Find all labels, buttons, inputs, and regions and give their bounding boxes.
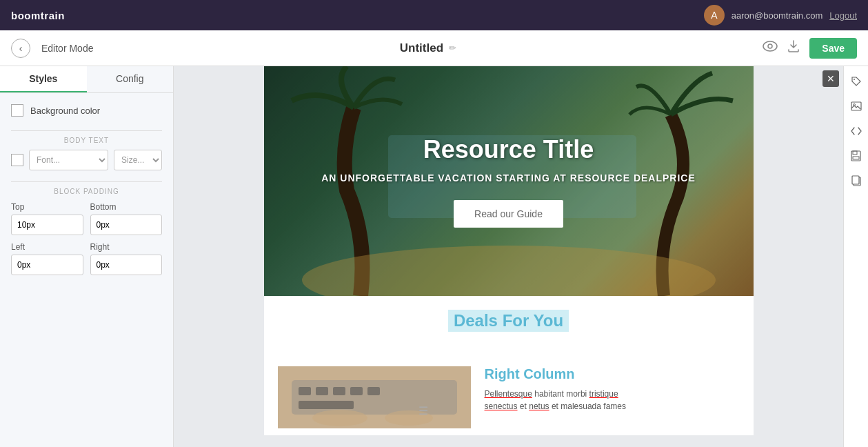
doc-title: Untitled — [400, 41, 443, 55]
svg-point-15 — [854, 79, 855, 80]
sidebar-content: Background color BODY TEXT Font... Size.… — [0, 93, 173, 286]
top-input[interactable] — [11, 215, 83, 235]
padding-top-item: Top — [11, 202, 83, 235]
svg-rect-9 — [333, 387, 345, 395]
svg-rect-16 — [851, 102, 861, 110]
font-dropdown[interactable]: Font... — [29, 150, 108, 170]
svg-point-0 — [763, 41, 777, 51]
toolbar-center: Untitled ✏ — [400, 41, 456, 55]
right-label: Right — [90, 242, 163, 252]
download-button[interactable] — [787, 39, 800, 57]
image-tool-button[interactable] — [847, 97, 866, 116]
left-column-image — [278, 366, 471, 428]
senectus-text: senectus — [485, 401, 518, 411]
canvas-area: ✕ — [174, 66, 843, 447]
svg-point-1 — [768, 44, 772, 48]
svg-rect-22 — [852, 176, 859, 184]
padding-left-item: Left — [11, 242, 83, 275]
svg-rect-12 — [299, 401, 354, 409]
drag-handle[interactable]: ☰ — [418, 404, 428, 417]
logout-link[interactable]: Logout — [829, 10, 857, 21]
hero-subtitle: AN UNFORGETTABLE VACATION STARTING AT RE… — [313, 172, 705, 183]
top-label: Top — [11, 202, 83, 212]
netus-text: netus — [529, 401, 549, 411]
edit-title-icon[interactable]: ✏ — [449, 43, 456, 53]
body-text-section-label: BODY TEXT — [11, 137, 162, 144]
svg-rect-20 — [853, 157, 859, 159]
right-col-text: Pellentesque habitant morbi tristique se… — [485, 388, 740, 413]
copy-tool-button[interactable] — [847, 171, 866, 190]
padding-bottom-item: Bottom — [90, 202, 163, 235]
preview-button[interactable] — [763, 41, 778, 55]
bottom-label: Bottom — [90, 202, 163, 212]
font-color-swatch[interactable] — [11, 154, 23, 166]
padding-right-item: Right — [90, 242, 163, 275]
canvas-close-button[interactable]: ✕ — [822, 70, 839, 87]
editor-mode-label: Editor Mode — [41, 43, 93, 54]
code-tool-button[interactable] — [847, 121, 866, 141]
svg-rect-6 — [292, 380, 457, 415]
main-layout: Styles Config Background color BODY TEXT… — [0, 66, 868, 447]
tag-tool-button[interactable] — [847, 72, 866, 91]
back-button[interactable]: ‹ — [11, 39, 30, 58]
sidebar: Styles Config Background color BODY TEXT… — [0, 66, 174, 447]
left-label: Left — [11, 242, 83, 252]
font-row: Font... Size... — [11, 150, 162, 170]
svg-rect-19 — [853, 151, 857, 155]
bg-color-row: Background color — [11, 104, 162, 117]
save-tool-button[interactable] — [847, 146, 866, 166]
save-button[interactable]: Save — [809, 38, 857, 59]
right-input[interactable] — [90, 255, 163, 275]
bottom-input[interactable] — [90, 215, 163, 235]
two-col-section: Right Column Pellentesque habitant morbi… — [264, 359, 754, 435]
hero-text-container: Resource Title AN UNFORGETTABLE VACATION… — [313, 135, 705, 228]
svg-rect-8 — [316, 387, 328, 395]
toolbar-right: Save — [763, 38, 857, 59]
topnav-right: A aaron@boomtrain.com Logout — [704, 5, 857, 26]
block-padding-label: BLOCK PADDING — [11, 188, 162, 195]
hero-cta-button[interactable]: Read our Guide — [454, 200, 563, 228]
divider-1 — [11, 130, 162, 131]
svg-rect-11 — [367, 387, 380, 395]
svg-rect-10 — [350, 387, 363, 395]
tristique-text: tristique — [589, 389, 618, 399]
bg-color-checkbox[interactable] — [11, 104, 23, 117]
editor-toolbar: ‹ Editor Mode Untitled ✏ Save — [0, 30, 868, 66]
tab-config[interactable]: Config — [87, 66, 174, 92]
hero-title: Resource Title — [313, 135, 705, 164]
user-email: aaron@boomtrain.com — [731, 10, 822, 21]
toolbar-left: ‹ Editor Mode — [11, 39, 93, 58]
deals-title: Deals For You — [448, 310, 569, 332]
left-input[interactable] — [11, 255, 83, 275]
svg-rect-7 — [299, 387, 311, 395]
avatar: A — [704, 5, 725, 26]
brand-logo: boomtrain — [11, 10, 65, 21]
divider-2 — [11, 181, 162, 182]
right-column: Right Column Pellentesque habitant morbi… — [471, 366, 740, 428]
tab-styles[interactable]: Styles — [0, 66, 87, 92]
pellentesque-text: Pellentesque — [485, 389, 532, 399]
deals-section: Deals For You — [264, 296, 754, 359]
right-tools-panel — [843, 66, 868, 447]
size-dropdown[interactable]: Size... — [114, 150, 162, 170]
hero-section: Resource Title AN UNFORGETTABLE VACATION… — [264, 66, 754, 296]
top-navbar: boomtrain A aaron@boomtrain.com Logout — [0, 0, 868, 30]
right-col-title: Right Column — [485, 366, 740, 382]
padding-grid: Top Bottom Left Right — [11, 202, 162, 275]
email-canvas: Resource Title AN UNFORGETTABLE VACATION… — [264, 66, 754, 435]
svg-point-13 — [312, 410, 367, 426]
bg-color-label: Background color — [30, 106, 100, 116]
sidebar-tabs: Styles Config — [0, 66, 173, 93]
